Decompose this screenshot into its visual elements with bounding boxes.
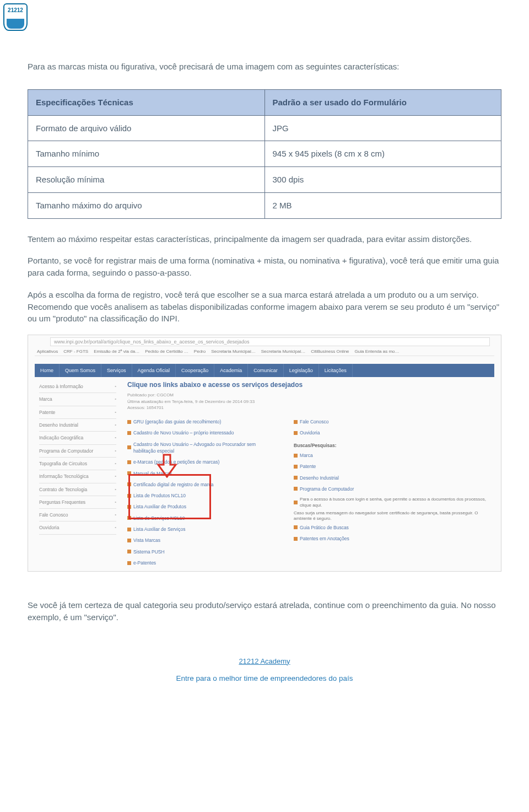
link-item: Marca [294,450,490,461]
nav-item: Licitações [319,364,353,377]
note-text: Caso surja uma mensagem do navegador sob… [294,510,490,522]
spec-cell: Formato de arquivo válido [28,115,265,141]
site-nav: Home Quem Somos Serviços Agenda Oficial … [35,364,494,377]
link-item: Desenho Industrial [294,472,490,483]
sidebar-item: Topografia de Circuitos [39,458,116,470]
meta-pub: Publicado por: CGCOM [127,392,490,398]
spec-table: Especificações Técnicas Padrão a ser usa… [28,89,501,219]
site-sidebar: Acesso à Informação Marca Patente Desenh… [39,380,116,535]
link-item: Patentes em Anotações [294,533,490,544]
sidebar-item: Indicação Geográfica [39,432,116,444]
link-item: Cadastro de Novo Usuário – próprio inter… [127,427,277,438]
nav-item: Legislação [284,364,319,377]
bookmark: Emissão de 2ª via da… [94,348,139,356]
nav-item: Cooperação [176,364,214,377]
nav-item: Agenda Oficial [132,364,176,377]
sidebar-item: Acesso à Informação [39,380,116,393]
bookmark: Aplicativos [37,348,58,356]
body-paragraph: Portanto, se você for registrar mais de … [28,255,501,279]
logo-badge: 21212 [3,3,28,31]
bookmark: CitiBusiness Online [311,348,349,356]
link-item: Programa de Computador [294,483,490,494]
link-item: Ouvidoria [294,427,490,438]
meta-acc: Acessos: 1654701 [127,405,490,411]
sidebar-item: Contrato de Tecnologia [39,483,116,496]
link-item: e-Patentes [127,557,277,568]
bookmark: Secretaria Municipal… [211,348,255,356]
spec-cell: 2 MB [264,192,501,218]
bookmark: Pedro [194,348,206,356]
intro-paragraph: Para as marcas mista ou figurativa, você… [28,61,501,73]
bookmark: Pedido de Certidão … [145,348,188,356]
main-title: Clique nos links abaixo e acesse os serv… [127,380,490,390]
sidebar-item: Programa de Computador [39,445,116,458]
sidebar-item: Perguntas Frequentes [39,496,116,509]
inpi-screenshot: www.inpi.gov.br/portal/artigo/clique_nos… [28,335,501,572]
sidebar-item: Desenho Industrial [39,419,116,432]
link-item: Cadastro de Novo Usuário – Advogado ou P… [127,439,277,457]
page-footer: 21212 Academy Entre para o melhor time d… [28,657,501,684]
bookmark: Secretaria Municipal… [261,348,305,356]
col2-header: Buscas/Pesquisas: [294,439,490,450]
meta-upd: Última atualização em Terça-feira, 9 de … [127,399,490,405]
sidebar-item: Fale Conosco [39,509,116,521]
bookmark: CRF - FGTS [63,348,88,356]
spec-cell: 945 x 945 pixels (8 cm x 8 cm) [264,141,501,167]
links-col-2: Fale Conosco Ouvidoria Buscas/Pesquisas:… [294,416,490,568]
link-item: Vista Marcas [127,535,277,546]
nav-item: Home [35,364,60,377]
sidebar-item: Patente [39,406,116,419]
link-item: Lista Auxiliar de Serviços [127,524,277,535]
bookmark: Guia Entenda as mo… [355,348,400,356]
body-paragraph: Após a escolha da forma de registro, voc… [28,289,501,325]
link-item: Fale Conosco [294,416,490,427]
link-item: Patente [294,461,490,472]
logo-text: 21212 [8,7,23,15]
sidebar-item: Informação Tecnológica [39,470,116,483]
sidebar-item: Marca [39,393,116,406]
nav-item: Quem Somos [60,364,101,377]
nav-item: Serviços [101,364,132,377]
highlight-box [128,474,211,519]
note-text: Para o acesso à busca com login e senha,… [294,494,490,510]
bookmarks-bar: Aplicativos CRF - FGTS Emissão de 2ª via… [35,348,494,356]
link-item: Sistema PUSH [127,546,277,557]
body-paragraph: Tentem ao máximo respeitar estas caracte… [28,233,501,245]
footer-tagline: Entre para o melhor time de empreendedor… [28,673,501,684]
sidebar-item: Ouvidoria [39,521,116,534]
spec-cell: JPG [264,115,501,141]
link-item: GRU (geração das guias de recolhimento) [127,416,277,427]
spec-cell: Tamanho máximo do arquivo [28,192,265,218]
nav-item: Academia [214,364,248,377]
spec-cell: 300 dpis [264,167,501,193]
spec-header-1: Padrão a ser usado do Formulário [264,89,501,115]
footer-link[interactable]: 21212 Academy [28,657,501,667]
spec-cell: Resolução mínima [28,167,265,193]
closing-paragraph: Se você já tem certeza de qual categoria… [28,599,501,623]
link-item: Guia Prático de Buscas [294,522,490,533]
browser-url: www.inpi.gov.br/portal/artigo/clique_nos… [50,337,490,346]
link-item: e-Marcas (pedidos e petições de marcas) [127,456,277,467]
spec-cell: Tamanho mínimo [28,141,265,167]
nav-item: Comunicar [248,364,284,377]
spec-header-0: Especificações Técnicas [28,89,265,115]
